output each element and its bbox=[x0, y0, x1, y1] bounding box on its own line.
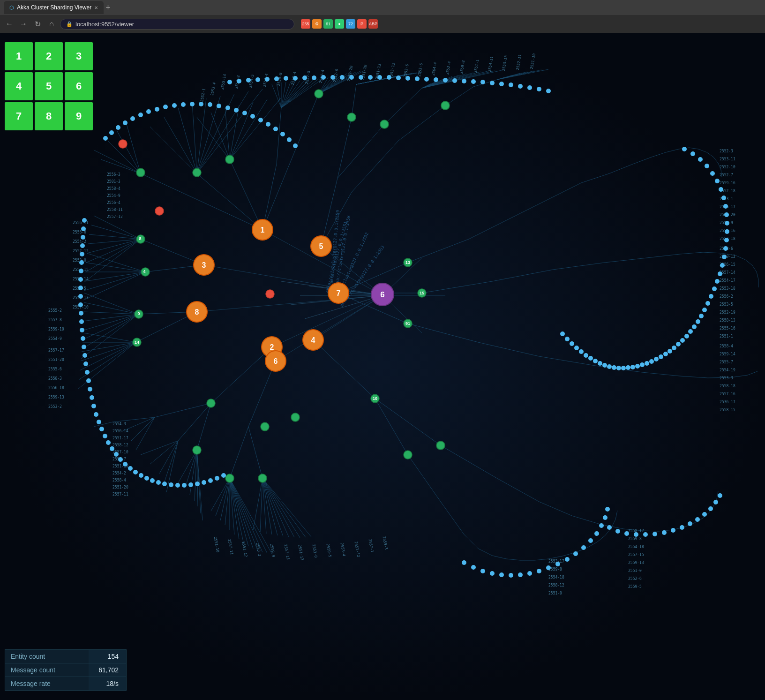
svg-point-552 bbox=[718, 493, 722, 498]
browser-nav-bar: ← → ↻ ⌂ 🔒 localhost:9552/viewer 255 ⚙ 61… bbox=[0, 15, 765, 33]
svg-point-490 bbox=[719, 187, 723, 192]
svg-point-461 bbox=[99, 427, 104, 431]
red-node-1 bbox=[119, 140, 127, 148]
entity-count-row: Entity count 154 bbox=[5, 650, 126, 663]
svg-point-486 bbox=[698, 157, 703, 162]
svg-text:2555-6: 2555-6 bbox=[48, 367, 62, 371]
svg-point-511 bbox=[680, 338, 685, 343]
svg-point-503 bbox=[709, 294, 713, 299]
forward-button[interactable]: → bbox=[18, 20, 29, 28]
tab-close-button[interactable]: ✕ bbox=[94, 5, 98, 10]
svg-text:2557-17: 2557-17 bbox=[48, 348, 64, 353]
shard-label-4: 4 bbox=[311, 336, 315, 344]
svg-point-404 bbox=[255, 77, 260, 82]
svg-point-553 bbox=[462, 560, 466, 565]
svg-text:2553-3: 2553-3 bbox=[720, 376, 733, 380]
svg-point-532 bbox=[584, 353, 588, 358]
svg-point-474 bbox=[162, 482, 167, 486]
cluster-cell-7[interactable]: 7 bbox=[5, 102, 33, 130]
svg-point-559 bbox=[518, 572, 523, 577]
entity-count-label: Entity count bbox=[5, 650, 89, 663]
svg-text:2554-9: 2554-9 bbox=[48, 337, 62, 341]
svg-point-429 bbox=[490, 81, 495, 85]
svg-text:2558-13: 2558-13 bbox=[720, 318, 735, 323]
svg-point-562 bbox=[546, 565, 551, 570]
svg-point-506 bbox=[699, 314, 704, 318]
svg-point-558 bbox=[509, 573, 513, 578]
svg-point-448 bbox=[79, 319, 84, 324]
new-tab-button[interactable]: + bbox=[105, 3, 111, 13]
svg-text:14: 14 bbox=[135, 340, 139, 345]
svg-text:2551-17: 2551-17 bbox=[112, 436, 128, 440]
svg-point-501 bbox=[715, 279, 720, 284]
svg-point-534 bbox=[574, 346, 579, 350]
svg-point-488 bbox=[710, 171, 715, 176]
svg-point-585 bbox=[208, 102, 212, 107]
cluster-cell-5[interactable]: 5 bbox=[35, 72, 63, 100]
svg-text:2559-16: 2559-16 bbox=[720, 181, 735, 185]
ext-7: ABP bbox=[368, 19, 378, 29]
svg-text:2557-15: 2557-15 bbox=[628, 553, 644, 557]
green-node-2 bbox=[136, 168, 145, 177]
svg-text:2559-8: 2559-8 bbox=[628, 537, 642, 541]
cluster-cell-6[interactable]: 6 bbox=[65, 72, 93, 100]
svg-point-478 bbox=[188, 482, 193, 487]
svg-point-446 bbox=[78, 302, 83, 307]
red-node-3 bbox=[266, 290, 274, 298]
cluster-cell-9[interactable]: 9 bbox=[65, 102, 93, 130]
tab-title: Akka Cluster Sharding Viewer bbox=[17, 4, 91, 11]
svg-point-433 bbox=[527, 85, 532, 90]
svg-text:2554-18: 2554-18 bbox=[548, 575, 564, 580]
svg-point-463 bbox=[106, 440, 111, 445]
svg-text:2558-12: 2558-12 bbox=[548, 583, 564, 587]
svg-point-476 bbox=[175, 483, 180, 488]
svg-point-444 bbox=[78, 286, 83, 290]
svg-text:2559-13: 2559-13 bbox=[48, 395, 64, 399]
svg-point-430 bbox=[499, 82, 504, 86]
active-tab[interactable]: ⬡ Akka Cluster Sharding Viewer ✕ bbox=[4, 1, 104, 14]
svg-point-568 bbox=[594, 531, 599, 536]
svg-point-589 bbox=[242, 111, 247, 115]
green-node-12 bbox=[291, 413, 300, 422]
svg-point-537 bbox=[560, 331, 565, 336]
cluster-cell-4[interactable]: 4 bbox=[5, 72, 33, 100]
svg-point-525 bbox=[616, 366, 621, 370]
svg-point-554 bbox=[471, 565, 476, 570]
svg-text:2553-2: 2553-2 bbox=[48, 405, 62, 409]
reload-button[interactable]: ↻ bbox=[32, 20, 43, 29]
svg-point-481 bbox=[208, 478, 213, 483]
svg-point-482 bbox=[215, 476, 219, 481]
svg-point-402 bbox=[237, 79, 241, 83]
svg-point-473 bbox=[156, 480, 161, 485]
green-node-17 bbox=[441, 101, 450, 110]
svg-text:2556-3: 2556-3 bbox=[107, 173, 120, 177]
svg-text:2555-2: 2555-2 bbox=[48, 309, 62, 313]
cluster-cell-2[interactable]: 2 bbox=[35, 42, 63, 70]
svg-point-493 bbox=[724, 212, 729, 217]
svg-point-497 bbox=[723, 246, 728, 251]
svg-point-523 bbox=[626, 365, 630, 370]
svg-text:2536-17: 2536-17 bbox=[720, 400, 735, 404]
svg-point-529 bbox=[598, 361, 602, 366]
svg-point-452 bbox=[82, 353, 87, 358]
svg-point-551 bbox=[713, 500, 718, 504]
svg-point-435 bbox=[546, 89, 551, 93]
svg-text:2558-18: 2558-18 bbox=[720, 384, 735, 388]
svg-point-544 bbox=[662, 530, 667, 535]
ext-3: 61 bbox=[323, 19, 333, 29]
cluster-cell-8[interactable]: 8 bbox=[35, 102, 63, 130]
address-bar[interactable]: 🔒 localhost:9552/viewer bbox=[60, 19, 294, 30]
green-node-8 bbox=[207, 399, 215, 407]
home-button[interactable]: ⌂ bbox=[46, 20, 57, 28]
back-button[interactable]: ← bbox=[4, 20, 15, 28]
entity-count-value: 154 bbox=[89, 650, 126, 663]
svg-point-445 bbox=[78, 294, 83, 299]
svg-text:2557-12: 2557-12 bbox=[107, 215, 123, 219]
svg-point-427 bbox=[471, 79, 476, 84]
svg-point-413 bbox=[340, 75, 345, 80]
svg-point-451 bbox=[82, 345, 86, 349]
cluster-cell-1[interactable]: 1 bbox=[5, 42, 33, 70]
cluster-cell-3[interactable]: 3 bbox=[65, 42, 93, 70]
svg-point-508 bbox=[692, 324, 697, 329]
svg-point-447 bbox=[79, 311, 83, 316]
